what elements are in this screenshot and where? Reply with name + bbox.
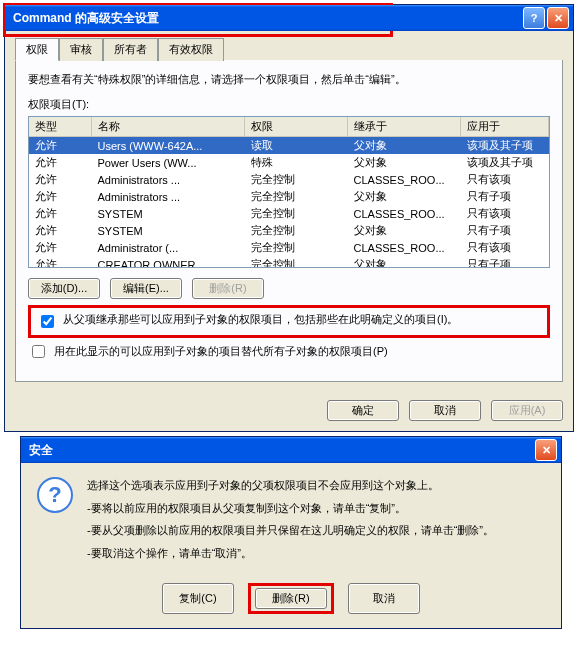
tab-owner[interactable]: 所有者 — [103, 38, 158, 61]
table-row[interactable]: 允许Power Users (WW...特殊父对象该项及其子项 — [29, 154, 549, 171]
table-row[interactable]: 允许CREATOR OWNER完全控制父对象只有子项 — [29, 256, 549, 268]
tab-audit[interactable]: 审核 — [59, 38, 103, 61]
col-name[interactable]: 名称 — [92, 117, 245, 137]
col-type[interactable]: 类型 — [29, 117, 92, 137]
col-perm[interactable]: 权限 — [245, 117, 348, 137]
inherit-label: 从父项继承那些可以应用到子对象的权限项目，包括那些在此明确定义的项目(I)。 — [63, 312, 458, 327]
replace-checkbox[interactable] — [32, 345, 45, 358]
table-row[interactable]: 允许SYSTEM完全控制父对象只有子项 — [29, 222, 549, 239]
close-button[interactable]: ✕ — [547, 7, 569, 29]
replace-label: 用在此显示的可以应用到子对象的项目替代所有子对象的权限项目(P) — [54, 344, 388, 359]
tab-panel: 要想查看有关“特殊权限”的详细信息，请选择一个权限项目，然后单击“编辑”。 权限… — [15, 60, 563, 382]
tab-effective[interactable]: 有效权限 — [158, 38, 224, 61]
edit-button[interactable]: 编辑(E)... — [110, 278, 182, 299]
msg-line3: -要从父项删除以前应用的权限项目并只保留在这儿明确定义的权限，请单击“删除”。 — [87, 522, 494, 539]
msg-line2: -要将以前应用的权限项目从父项复制到这个对象，请单击“复制”。 — [87, 500, 494, 517]
security-confirm-dialog: 安全 ✕ ? 选择这个选项表示应用到子对象的父项权限项目不会应用到这个对象上。 … — [20, 436, 562, 629]
window-title: Command 的高级安全设置 — [13, 10, 523, 27]
inherit-checkbox[interactable] — [41, 315, 54, 328]
cancel-button[interactable]: 取消 — [409, 400, 481, 421]
msg-line4: -要取消这个操作，请单击“取消”。 — [87, 545, 494, 562]
instruction-text: 要想查看有关“特殊权限”的详细信息，请选择一个权限项目，然后单击“编辑”。 — [28, 72, 550, 87]
table-row[interactable]: 允许Users (WWW-642A...读取父对象该项及其子项 — [29, 137, 549, 155]
col-inherit[interactable]: 继承于 — [348, 117, 461, 137]
listview-header: 类型 名称 权限 继承于 应用于 — [29, 117, 549, 137]
titlebar: 安全 ✕ — [21, 437, 561, 463]
msg-line1: 选择这个选项表示应用到子对象的父项权限项目不会应用到这个对象上。 — [87, 477, 494, 494]
table-row[interactable]: 允许Administrator (...完全控制CLASSES_ROO...只有… — [29, 239, 549, 256]
titlebar: Command 的高级安全设置 ? ✕ — [5, 5, 573, 31]
list-label: 权限项目(T): — [28, 97, 550, 112]
permission-listview[interactable]: 类型 名称 权限 继承于 应用于 允许Users (WWW-642A...读取父… — [28, 116, 550, 268]
tab-permissions[interactable]: 权限 — [15, 38, 59, 61]
col-apply[interactable]: 应用于 — [461, 117, 549, 137]
table-row[interactable]: 允许Administrators ...完全控制CLASSES_ROO...只有… — [29, 171, 549, 188]
table-row[interactable]: 允许SYSTEM完全控制CLASSES_ROO...只有该项 — [29, 205, 549, 222]
copy-button[interactable]: 复制(C) — [162, 583, 234, 614]
highlight-remove-button: 删除(R) — [248, 583, 334, 614]
add-button[interactable]: 添加(D)... — [28, 278, 100, 299]
dialog-footer: 确定 取消 应用(A) — [5, 392, 573, 431]
apply-button: 应用(A) — [491, 400, 563, 421]
help-button[interactable]: ? — [523, 7, 545, 29]
dialog-buttons: 复制(C) 删除(R) 取消 — [21, 577, 561, 628]
remove-button: 删除(R) — [192, 278, 264, 299]
dialog-title: 安全 — [29, 442, 535, 459]
message-text: 选择这个选项表示应用到子对象的父项权限项目不会应用到这个对象上。 -要将以前应用… — [87, 477, 494, 567]
table-row[interactable]: 允许Administrators ...完全控制父对象只有子项 — [29, 188, 549, 205]
remove-button[interactable]: 删除(R) — [255, 588, 327, 609]
advanced-security-window: Command 的高级安全设置 ? ✕ 权限 审核 所有者 有效权限 要想查看有… — [4, 4, 574, 432]
question-icon: ? — [37, 477, 73, 513]
highlight-inherit-checkbox: 从父项继承那些可以应用到子对象的权限项目，包括那些在此明确定义的项目(I)。 — [28, 305, 550, 338]
tabstrip: 权限 审核 所有者 有效权限 — [15, 37, 563, 61]
cancel-button[interactable]: 取消 — [348, 583, 420, 614]
ok-button[interactable]: 确定 — [327, 400, 399, 421]
close-button[interactable]: ✕ — [535, 439, 557, 461]
